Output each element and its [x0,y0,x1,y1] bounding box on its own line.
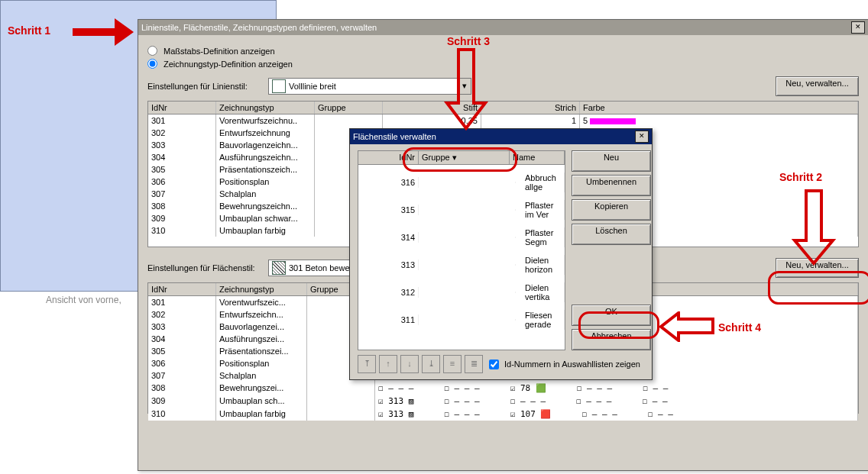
col-strich[interactable]: Strich [481,102,580,114]
radio-massstab-input[interactable] [147,46,157,56]
main-titlebar: Linienstile, Flächenstile, Zeichnungstyp… [138,20,868,35]
ok-button[interactable]: OK [572,305,651,326]
show-ids-label: Id-Nummern in Auswahllisten zeigen [504,360,640,369]
tool-6-icon[interactable]: ≣ [465,355,483,373]
col-idnr-2[interactable]: IdNr [148,283,216,295]
radio-zeichnungstyp-input[interactable] [147,59,157,69]
move-down-icon[interactable]: ↓ [400,355,419,373]
sub-dialog: Flächenstile verwalten ✕ IdNr Gruppe ▾ N… [349,128,653,380]
show-ids-checkbox[interactable] [489,360,499,369]
sub-col-idnr[interactable]: IdNr [358,151,419,164]
radio-zeichnungstyp[interactable]: Zeichnungstyp-Definition anzeigen [147,59,859,69]
areastyle-label: Einstellungen für Flächenstil: [147,263,262,272]
neu-verwalten-linestyle-button[interactable]: Neu, verwalten... [776,76,859,96]
list-item[interactable]: 311Fliesen gerade [358,310,565,330]
list-item[interactable]: 314Pflaster Segm [358,227,565,247]
table-row[interactable]: 310Umbauplan farbig ☑ 313 ▨☐ – – –☑ 107 … [148,408,858,421]
col-stift[interactable]: Stift [383,102,481,114]
list-item[interactable]: 313Dielen horizon [358,255,565,275]
areastyle-icon [272,261,286,275]
sub-grid: IdNr Gruppe ▾ Name 316Abbruch allge315Pf… [358,150,565,350]
sub-close-icon[interactable]: ✕ [635,131,649,143]
move-top-icon[interactable]: ⤒ [358,355,376,373]
abbrechen-button[interactable]: Abbrechen [572,329,651,350]
list-item[interactable]: 312Dielen vertika [358,282,565,302]
linestyle-value: Volllinie breit [289,82,336,91]
table-row[interactable]: 308Bewehrungszei... ☐ – – –☐ – – –☑ 78 🟩… [148,382,858,395]
radio-zeichnungstyp-label: Zeichnungstyp-Definition anzeigen [164,60,293,69]
col-farbe[interactable]: Farbe [580,102,858,114]
neu-button[interactable]: Neu [572,150,651,172]
umbenennen-button[interactable]: Umbenennen [572,175,651,196]
loeschen-button[interactable]: Löschen [572,224,651,245]
areastyle-value: 301 Beton bewehr [289,263,357,272]
sub-title: Flächenstile verwalten [353,132,436,141]
linestyle-dropdown[interactable]: Volllinie breit ▾ [268,78,471,95]
radio-massstab[interactable]: Maßstabs-Definition anzeigen [147,46,859,56]
list-item[interactable]: 315Pflaster im Ver [358,200,565,220]
viewport-label: Ansicht von vorne, [46,295,121,305]
linestyle-label: Einstellungen für Linienstil: [147,82,262,91]
close-icon[interactable]: ✕ [851,21,865,34]
chevron-down-icon[interactable]: ▾ [458,79,471,94]
sub-col-name[interactable]: Name [510,151,565,164]
col-zeichnungstyp-2[interactable]: Zeichnungstyp [216,283,307,295]
linestyle-icon [272,79,286,93]
col-idnr[interactable]: IdNr [148,102,216,114]
neu-verwalten-areastyle-button[interactable]: Neu, verwalten... [776,258,859,278]
tool-5-icon[interactable]: ≡ [443,355,462,373]
sub-col-gruppe[interactable]: Gruppe ▾ [419,151,510,164]
main-title: Linienstile, Flächenstile, Zeichnungstyp… [141,23,377,32]
col-zeichnungstyp[interactable]: Zeichnungstyp [216,102,315,114]
radio-massstab-label: Maßstabs-Definition anzeigen [164,47,275,56]
sort-desc-icon: ▾ [452,153,457,162]
table-row[interactable]: 309Umbauplan sch... ☑ 313 ▨☐ – – –☐ – – … [148,395,858,408]
col-gruppe[interactable]: Gruppe [315,102,383,114]
move-up-icon[interactable]: ↑ [379,355,397,373]
sub-titlebar: Flächenstile verwalten ✕ [350,129,652,144]
list-item[interactable]: 316Abbruch allge [358,173,565,192]
kopieren-button[interactable]: Kopieren [572,199,651,221]
table-row[interactable]: 301Vorentwurfszeichnu..0.3515 [148,114,858,127]
move-bottom-icon[interactable]: ⤓ [422,355,440,373]
